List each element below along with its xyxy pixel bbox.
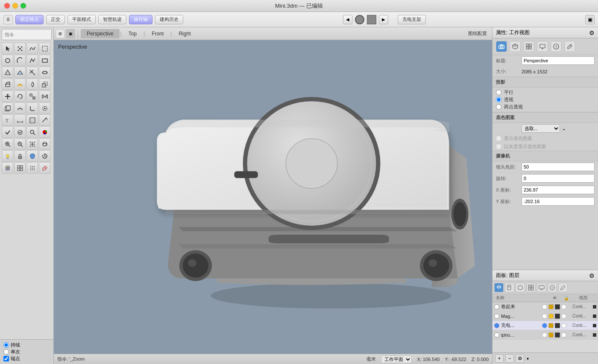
- tool-shield[interactable]: [26, 150, 38, 162]
- bg-show-check[interactable]: [496, 136, 501, 141]
- tool-points[interactable]: [14, 43, 26, 54]
- layers-icon-stack[interactable]: [494, 283, 504, 292]
- layer-color-3[interactable]: [555, 332, 560, 338]
- workplane-select[interactable]: 工作平面: [381, 355, 412, 363]
- proj-twopoint-radio[interactable]: [496, 104, 501, 110]
- layer-active-0[interactable]: [494, 304, 499, 309]
- tool-measure[interactable]: [39, 114, 50, 126]
- properties-gear[interactable]: ⚙: [589, 29, 595, 36]
- y-coord-input[interactable]: [522, 197, 595, 206]
- layer-lock-3[interactable]: [548, 332, 554, 338]
- bg-gray-check-row[interactable]: 以灰度显示底色图案: [492, 143, 598, 151]
- tool-light[interactable]: [2, 150, 13, 162]
- tool-layer[interactable]: [2, 162, 13, 174]
- tool-curve[interactable]: [26, 43, 38, 54]
- tool-rotate[interactable]: [14, 90, 26, 102]
- tool-trim[interactable]: [26, 67, 38, 78]
- tool-text[interactable]: T: [2, 114, 13, 126]
- tool-dot-grid[interactable]: [26, 162, 38, 174]
- tool-zoom-out[interactable]: [14, 138, 26, 150]
- layers-icon-pen[interactable]: [558, 283, 568, 292]
- tool-copy[interactable]: [2, 102, 13, 114]
- layers-gear[interactable]: ⚙: [589, 272, 595, 279]
- tool-boolean[interactable]: [39, 79, 50, 90]
- tool-fillet[interactable]: [26, 102, 38, 114]
- layer-vis-1[interactable]: [542, 314, 547, 319]
- nav-stop[interactable]: [367, 15, 376, 24]
- layer-settings-btn[interactable]: ⚙: [516, 354, 524, 363]
- tool-dim[interactable]: [14, 114, 26, 126]
- view-help-icon[interactable]: ?: [551, 41, 562, 52]
- proj-perspective[interactable]: 透视: [496, 96, 595, 103]
- view-layout-icon[interactable]: [523, 41, 534, 52]
- tool-extrude[interactable]: [2, 79, 13, 90]
- layers-icon-monitor[interactable]: [537, 283, 546, 292]
- ortho-button[interactable]: 正交: [46, 15, 65, 24]
- layer-vis-0[interactable]: [542, 304, 547, 309]
- layer-color-2[interactable]: [555, 323, 560, 328]
- tool-polyline[interactable]: [26, 55, 38, 66]
- layer-lock-0[interactable]: [548, 304, 554, 309]
- proj-parallel[interactable]: 平行: [496, 89, 595, 96]
- layer-name-2[interactable]: 充电...: [499, 322, 542, 329]
- layer-lock-2[interactable]: [548, 323, 554, 328]
- tool-group[interactable]: [14, 162, 26, 174]
- tool-explode[interactable]: [39, 102, 50, 114]
- tool-rotate-view[interactable]: [39, 138, 50, 150]
- tool-surface2[interactable]: [14, 67, 26, 78]
- x-coord-input[interactable]: [522, 186, 595, 194]
- nav-next[interactable]: ▶: [379, 15, 388, 24]
- tab-right[interactable]: Right: [173, 29, 196, 38]
- tool-rect[interactable]: [39, 55, 50, 66]
- tool-check[interactable]: [2, 126, 13, 138]
- layer-name-0[interactable]: 卷起来: [499, 303, 542, 310]
- rotate-input[interactable]: [522, 174, 595, 183]
- tab-front[interactable]: Front: [146, 29, 170, 38]
- option-endpoint[interactable]: 端点: [3, 355, 50, 362]
- endpoint-check[interactable]: [3, 356, 9, 361]
- tool-circle[interactable]: [2, 55, 13, 66]
- tool-magnify[interactable]: [26, 126, 38, 138]
- tool-zoom-in[interactable]: [2, 138, 13, 150]
- continuous-radio[interactable]: [3, 342, 9, 348]
- layout-grid-icon[interactable]: ⊞: [56, 29, 65, 38]
- panel-toggle[interactable]: ▣: [585, 15, 595, 24]
- tool-check2[interactable]: [14, 126, 26, 138]
- lock-grid-button[interactable]: 锁定格点: [15, 15, 44, 24]
- layer-lock-1[interactable]: [548, 314, 554, 319]
- view-monitor-icon[interactable]: [537, 41, 548, 52]
- bg-select[interactable]: 选取...: [522, 124, 560, 133]
- proj-twopoint[interactable]: 两点透视: [496, 104, 595, 110]
- layer-color-0[interactable]: [555, 304, 560, 309]
- option-single[interactable]: 单次: [3, 349, 50, 355]
- nav-prev[interactable]: ◀: [343, 15, 352, 24]
- layer-vis-3[interactable]: [542, 332, 547, 338]
- nav-record[interactable]: [355, 15, 364, 24]
- layers-icon-layout[interactable]: [526, 283, 536, 292]
- command-input[interactable]: [2, 29, 52, 40]
- tool-move[interactable]: [2, 90, 13, 102]
- layer-active-2[interactable]: [494, 323, 499, 328]
- proj-perspective-radio[interactable]: [496, 97, 501, 102]
- layer-add-btn[interactable]: +: [495, 354, 504, 363]
- lens-input[interactable]: [522, 163, 595, 171]
- smart-track-button[interactable]: 智慧轨迹: [98, 15, 126, 24]
- tool-pan[interactable]: [26, 138, 38, 150]
- close-button[interactable]: [4, 3, 10, 9]
- single-radio[interactable]: [3, 349, 9, 355]
- layers-icon-doc[interactable]: [505, 283, 514, 292]
- tool-color[interactable]: [39, 126, 50, 138]
- layout-config[interactable]: 图纸配置: [465, 30, 490, 37]
- layer-active-3[interactable]: [494, 332, 499, 338]
- title-input[interactable]: [522, 56, 595, 65]
- tool-scale[interactable]: [26, 90, 38, 102]
- tool-join[interactable]: [39, 67, 50, 78]
- layers-icon-box[interactable]: [516, 283, 525, 292]
- tool-arc[interactable]: [14, 55, 26, 66]
- maximize-button[interactable]: [21, 3, 26, 9]
- tool-select[interactable]: [2, 43, 13, 54]
- layer-remove-btn[interactable]: −: [505, 354, 514, 363]
- planar-button[interactable]: 平面模式: [67, 15, 96, 24]
- tool-history2[interactable]: [39, 150, 50, 162]
- tool-offset[interactable]: [14, 102, 26, 114]
